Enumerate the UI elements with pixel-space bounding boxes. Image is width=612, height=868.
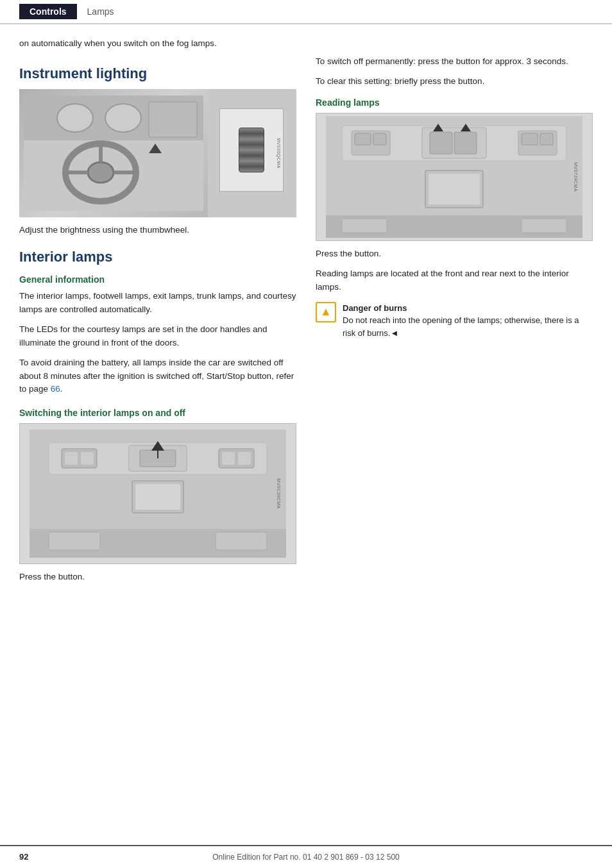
reading-lamps-heading: Reading lamps bbox=[316, 97, 593, 108]
warning-icon: ▲ bbox=[316, 302, 336, 322]
image-watermark-reading: MV0724CMA bbox=[573, 162, 577, 192]
general-info-para2: The LEDs for the courtesy lamps are set … bbox=[19, 323, 296, 350]
svg-rect-9 bbox=[149, 102, 197, 137]
breadcrumb-lamps: Lamps bbox=[77, 4, 124, 19]
intro-text: on automatically when you switch on the … bbox=[19, 37, 296, 50]
svg-rect-15 bbox=[81, 452, 94, 465]
reading-lamps-caption1: Press the button. bbox=[316, 247, 593, 261]
switching-caption: Press the button. bbox=[19, 571, 296, 584]
svg-rect-40 bbox=[540, 133, 553, 145]
switching-car-sketch bbox=[30, 430, 286, 558]
instrument-car-sketch bbox=[24, 96, 203, 211]
general-information-heading: General information bbox=[19, 274, 296, 285]
svg-point-2 bbox=[88, 162, 114, 183]
interior-lamps-heading: Interior lamps bbox=[19, 249, 296, 265]
svg-point-7 bbox=[57, 104, 93, 132]
reading-lamps-image: MV0724CMA bbox=[316, 113, 593, 241]
svg-rect-45 bbox=[522, 219, 566, 233]
footer-text: Online Edition for Part no. 01 40 2 901 … bbox=[212, 853, 400, 862]
reading-lamps-sketch bbox=[326, 116, 582, 238]
svg-rect-27 bbox=[216, 532, 267, 550]
svg-rect-42 bbox=[429, 174, 480, 204]
svg-rect-26 bbox=[49, 532, 100, 550]
warning-box: ▲ Danger of burns Do not reach into the … bbox=[316, 302, 593, 340]
instrument-lighting-caption: Adjust the brightness using the thumbwhe… bbox=[19, 224, 296, 237]
warning-text: Danger of burns Do not reach into the op… bbox=[343, 302, 593, 340]
svg-rect-39 bbox=[522, 133, 538, 145]
left-column: on automatically when you switch on the … bbox=[19, 37, 296, 590]
page-header: Controls Lamps bbox=[0, 0, 612, 24]
thumbwheel-inset bbox=[219, 108, 284, 192]
instrument-lighting-heading: Instrument lighting bbox=[19, 65, 296, 82]
image-watermark-instrument: MV030QCMA bbox=[277, 138, 282, 169]
svg-rect-34 bbox=[430, 132, 452, 154]
switching-interior-heading: Switching the interior lamps on and off bbox=[19, 408, 296, 418]
svg-rect-32 bbox=[373, 133, 386, 145]
main-content: on automatically when you switch on the … bbox=[0, 24, 612, 590]
svg-rect-14 bbox=[65, 452, 78, 465]
page-link[interactable]: 66 bbox=[51, 384, 60, 394]
switch-off-text2: To clear this setting: briefly press the… bbox=[316, 75, 593, 88]
page-number: 92 bbox=[19, 852, 28, 862]
svg-rect-24 bbox=[135, 484, 180, 510]
svg-rect-22 bbox=[238, 452, 251, 465]
general-info-para3: To avoid draining the battery, all lamps… bbox=[19, 356, 296, 397]
instrument-lighting-image: MV030QCMA bbox=[19, 89, 296, 217]
svg-rect-35 bbox=[454, 132, 477, 154]
warning-title: Danger of burns bbox=[343, 303, 407, 313]
image-watermark-switching: MV0C36CMA bbox=[276, 479, 281, 509]
svg-rect-31 bbox=[355, 133, 371, 145]
warning-body: Do not reach into the opening of the lam… bbox=[343, 315, 579, 338]
page-footer: 92 Online Edition for Part no. 01 40 2 9… bbox=[0, 845, 612, 868]
svg-rect-21 bbox=[222, 452, 235, 465]
general-info-para1: The interior lamps, footwell lamps, exit… bbox=[19, 290, 296, 317]
svg-point-8 bbox=[105, 104, 141, 132]
switch-off-text1: To switch off permanently: press the but… bbox=[316, 55, 593, 69]
svg-rect-44 bbox=[342, 219, 387, 233]
instrument-main-area bbox=[19, 89, 208, 217]
right-column: To switch off permanently: press the but… bbox=[316, 37, 593, 590]
switching-image: MV0C36CMA bbox=[19, 423, 296, 564]
thumbwheel-icon bbox=[239, 128, 264, 172]
breadcrumb-controls: Controls bbox=[19, 4, 77, 19]
reading-lamps-caption2: Reading lamps are located at the front a… bbox=[316, 267, 593, 294]
